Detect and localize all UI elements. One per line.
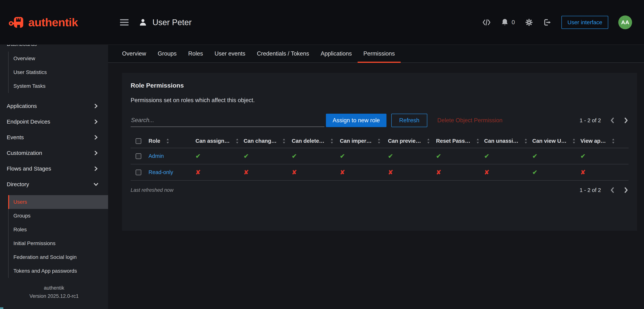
- role-link[interactable]: Read-only: [148, 169, 173, 175]
- column-header-can-assign[interactable]: Can assign…: [196, 138, 244, 144]
- check-icon: ✔: [196, 153, 201, 160]
- tab-credentials-tokens[interactable]: Credentials / Tokens: [251, 45, 315, 62]
- check-icon: ✔: [388, 153, 393, 160]
- delete-object-permission-button[interactable]: Delete Object Permission: [437, 117, 502, 124]
- brand[interactable]: authentik: [0, 0, 108, 44]
- scrollbar-fragment: [0, 307, 3, 309]
- sidebar-group-events[interactable]: Events: [0, 130, 108, 145]
- api-code-icon[interactable]: [482, 19, 491, 26]
- sidebar-item-overview[interactable]: Overview: [8, 52, 108, 66]
- sidebar-item-user-statistics[interactable]: User Statistics: [8, 66, 108, 79]
- select-all-checkbox[interactable]: [136, 138, 141, 144]
- tab-applications[interactable]: Applications: [315, 45, 358, 62]
- sidebar-item-federation-and-social-login[interactable]: Federation and Social login: [8, 250, 108, 264]
- chevron-right-icon: [94, 135, 98, 140]
- sidebar-item-groups[interactable]: Groups: [8, 209, 108, 223]
- notifications-bell-icon[interactable]: [501, 18, 508, 26]
- masthead: authentik User Peter: [0, 0, 644, 45]
- search-input[interactable]: [131, 114, 324, 127]
- sidebar-item-users[interactable]: Users: [8, 195, 108, 209]
- column-header-can-previe[interactable]: Can previe…: [388, 138, 436, 144]
- role-link[interactable]: Admin: [148, 153, 164, 159]
- settings-gear-icon[interactable]: [525, 18, 533, 26]
- sidebar-group-flows-and-stages[interactable]: Flows and Stages: [0, 161, 108, 176]
- next-page-icon[interactable]: [624, 187, 628, 193]
- column-header-role[interactable]: Role: [148, 138, 196, 144]
- sort-icon[interactable]: [426, 138, 430, 144]
- sort-icon[interactable]: [524, 138, 528, 144]
- last-refreshed-label: Last refreshed now: [131, 187, 174, 193]
- sort-icon[interactable]: [572, 138, 576, 144]
- x-icon: ✘: [292, 169, 297, 176]
- tab-bar: OverviewGroupsRolesUser eventsCredential…: [108, 45, 644, 63]
- sort-icon[interactable]: [476, 138, 480, 144]
- sidebar-footer: authentik Version 2025.12.0-rc1: [0, 284, 108, 309]
- table-row-admin: Admin✔✔✔✔✔✔✔✔✔: [131, 148, 628, 164]
- sidebar-item-tokens-and-app-passwords[interactable]: Tokens and App passwords: [8, 264, 108, 278]
- brand-wordmark: authentik: [28, 16, 78, 29]
- previous-page-icon[interactable]: [610, 117, 615, 124]
- column-header-can-chang[interactable]: Can chang…: [244, 138, 292, 144]
- sort-icon[interactable]: [235, 138, 239, 144]
- sort-icon[interactable]: [330, 138, 334, 144]
- check-icon: ✔: [340, 153, 345, 160]
- sign-out-icon[interactable]: [543, 18, 552, 26]
- tab-roles[interactable]: Roles: [182, 45, 209, 62]
- chevron-right-icon: [94, 150, 98, 156]
- x-icon: ✘: [484, 169, 489, 176]
- tab-groups[interactable]: Groups: [152, 45, 182, 62]
- table-toolbar: Assign to new role Refresh Delete Object…: [131, 114, 628, 127]
- x-icon: ✘: [580, 169, 586, 176]
- table-footer: Last refreshed now 1 - 2 of 2: [131, 187, 628, 193]
- previous-page-icon[interactable]: [610, 187, 615, 193]
- authentik-logo-icon: [8, 14, 26, 31]
- column-header-reset-pass[interactable]: Reset Pass…: [436, 138, 484, 144]
- chevron-right-icon: [94, 166, 98, 171]
- check-icon: ✔: [532, 169, 538, 176]
- row-checkbox[interactable]: [136, 170, 141, 175]
- sidebar-item-roles[interactable]: Roles: [8, 223, 108, 236]
- page-title: User Peter: [152, 18, 192, 27]
- sort-icon[interactable]: [612, 138, 615, 144]
- sidebar-group-directory[interactable]: Directory: [0, 176, 108, 192]
- sidebar-group-customization[interactable]: Customization: [0, 145, 108, 161]
- x-icon: ✘: [388, 169, 393, 176]
- user-interface-button[interactable]: User interface: [562, 16, 608, 29]
- column-header-can-view-u[interactable]: Can view U…: [532, 138, 580, 144]
- user-icon: [139, 18, 147, 27]
- footer-pagination: 1 - 2 of 2: [580, 187, 628, 193]
- sidebar-item-system-tasks[interactable]: System Tasks: [8, 79, 108, 93]
- sidebar-item-initial-permissions[interactable]: Initial Permissions: [8, 236, 108, 250]
- sidebar-toggle-icon[interactable]: [120, 19, 128, 26]
- sidebar-group-applications[interactable]: Applications: [0, 98, 108, 114]
- x-icon: ✘: [196, 169, 201, 176]
- x-icon: ✘: [244, 169, 249, 176]
- tab-user-events[interactable]: User events: [209, 45, 251, 62]
- chevron-right-icon: [94, 104, 98, 108]
- refresh-button[interactable]: Refresh: [391, 114, 427, 127]
- tab-overview[interactable]: Overview: [116, 45, 152, 62]
- check-icon: ✔: [244, 153, 249, 160]
- pagination-label: 1 - 2 of 2: [580, 187, 601, 193]
- tab-permissions[interactable]: Permissions: [358, 45, 401, 62]
- row-checkbox[interactable]: [136, 154, 141, 159]
- column-header-view-ap[interactable]: View ap…: [580, 138, 628, 144]
- role-permissions-card: Role Permissions Permissions set on role…: [122, 73, 637, 231]
- sidebar-group-dashboards[interactable]: Dashboards: [0, 45, 108, 49]
- assign-to-new-role-button[interactable]: Assign to new role: [326, 114, 386, 127]
- check-icon: ✔: [436, 153, 441, 160]
- column-header-can-imper[interactable]: Can imper…: [340, 138, 388, 144]
- chevron-right-icon: [94, 119, 98, 124]
- avatar[interactable]: AA: [618, 16, 632, 29]
- column-header-can-delete[interactable]: Can delete…: [292, 138, 340, 144]
- chevron-down-icon: [94, 182, 98, 187]
- sidebar: DashboardsOverviewUser StatisticsSystem …: [0, 45, 108, 309]
- toolbar-pagination: 1 - 2 of 2: [580, 117, 628, 124]
- next-page-icon[interactable]: [624, 117, 628, 124]
- sidebar-group-endpoint-devices[interactable]: Endpoint Devices: [0, 114, 108, 130]
- pagination-label: 1 - 2 of 2: [580, 118, 601, 124]
- column-header-can-unassi[interactable]: Can unassi…: [484, 138, 532, 144]
- sort-icon[interactable]: [282, 138, 286, 144]
- sort-icon[interactable]: [377, 138, 381, 144]
- sort-icon[interactable]: [166, 138, 170, 144]
